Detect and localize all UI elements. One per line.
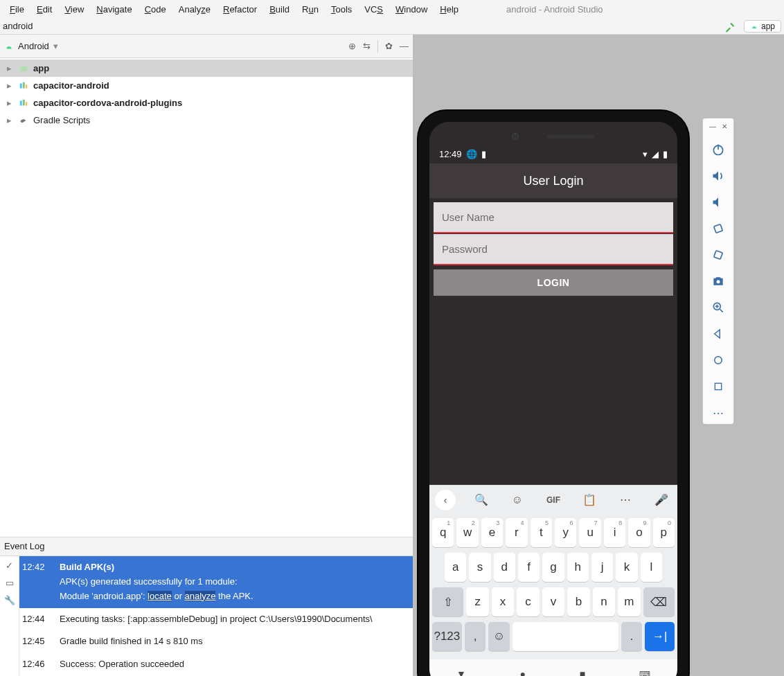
- menu-build[interactable]: Build: [263, 2, 296, 17]
- event-log-row[interactable]: 12:46Success: Operation succeeded: [19, 653, 413, 676]
- chevron-down-icon[interactable]: ▾: [53, 41, 58, 51]
- kbd-mic-icon[interactable]: 🎤: [651, 493, 672, 506]
- key-q[interactable]: 1q: [432, 518, 454, 547]
- emu-close-icon[interactable]: ✕: [722, 123, 727, 130]
- kbd-gif-button[interactable]: GIF: [543, 495, 564, 505]
- kbd-back-icon[interactable]: ‹: [435, 490, 456, 510]
- key-→|[interactable]: →|: [645, 622, 675, 651]
- wrench-icon[interactable]: 🔧: [4, 595, 15, 605]
- key-u[interactable]: 7u: [579, 518, 600, 547]
- key-space[interactable]: [513, 622, 618, 651]
- back-icon[interactable]: [709, 327, 727, 341]
- home-icon[interactable]: [709, 353, 727, 367]
- key-h[interactable]: h: [567, 553, 589, 582]
- battery-icon: ▮: [663, 149, 668, 159]
- tree-item-app[interactable]: ▸app: [0, 60, 413, 77]
- menu-window[interactable]: Window: [389, 2, 434, 17]
- key-f[interactable]: f: [518, 553, 540, 582]
- key-,[interactable]: ,: [465, 622, 486, 651]
- menu-refactor[interactable]: Refactor: [217, 2, 263, 17]
- key-o[interactable]: 9o: [628, 518, 650, 547]
- key-m[interactable]: m: [618, 587, 640, 616]
- menu-tools[interactable]: Tools: [325, 2, 358, 17]
- menu-view[interactable]: View: [58, 2, 90, 17]
- menu-code[interactable]: Code: [139, 2, 172, 17]
- menu-navigate[interactable]: Navigate: [90, 2, 138, 17]
- key-y[interactable]: 6y: [555, 518, 576, 547]
- svg-point-12: [717, 280, 720, 283]
- menu-help[interactable]: Help: [434, 2, 465, 17]
- tree-item-gradle-scripts[interactable]: ▸Gradle Scripts: [0, 112, 413, 129]
- key-d[interactable]: d: [494, 553, 515, 582]
- key-⇧[interactable]: ⇧: [432, 587, 463, 616]
- kbd-sticker-icon[interactable]: ☺: [507, 494, 528, 506]
- login-button[interactable]: LOGIN: [434, 269, 673, 296]
- key-b[interactable]: b: [567, 587, 589, 616]
- phone-screen[interactable]: 12:49 🌐 ▮ ▾ ◢ ▮ User Login User Name Pas…: [429, 122, 677, 676]
- clipboard-icon[interactable]: ▭: [6, 578, 14, 588]
- key-c[interactable]: c: [517, 587, 539, 616]
- camera-icon[interactable]: [709, 274, 727, 288]
- key-n[interactable]: n: [593, 587, 615, 616]
- target-icon[interactable]: ⊕: [348, 41, 356, 51]
- key-r[interactable]: 4r: [506, 518, 527, 547]
- key-l[interactable]: l: [641, 553, 662, 582]
- key-w[interactable]: 2w: [456, 518, 478, 547]
- event-log-row[interactable]: 12:44Executing tasks: [:app:assembleDebu…: [19, 608, 413, 631]
- sort-icon[interactable]: ⇆: [363, 41, 371, 51]
- overview-icon[interactable]: [709, 380, 727, 393]
- key-?123[interactable]: ?123: [432, 622, 462, 651]
- key-g[interactable]: g: [542, 553, 564, 582]
- run-config-chip[interactable]: app: [744, 20, 781, 33]
- key-.[interactable]: .: [621, 622, 643, 651]
- volume-up-icon[interactable]: [709, 169, 727, 183]
- key-☺[interactable]: ☺: [488, 622, 510, 651]
- kbd-clipboard-icon[interactable]: 📋: [579, 493, 600, 506]
- key-⌫[interactable]: ⌫: [643, 587, 675, 616]
- key-z[interactable]: z: [466, 587, 488, 616]
- check-icon[interactable]: ✓: [6, 560, 13, 571]
- menu-file[interactable]: File: [3, 2, 30, 17]
- project-view-mode[interactable]: Android: [18, 41, 49, 51]
- rotate-right-icon[interactable]: [709, 248, 727, 262]
- minimize-icon[interactable]: —: [400, 41, 409, 51]
- menu-vcs[interactable]: VCS: [358, 2, 389, 17]
- menu-edit[interactable]: Edit: [30, 2, 58, 17]
- breadcrumb-root[interactable]: android: [3, 21, 33, 31]
- key-a[interactable]: a: [445, 553, 466, 582]
- nav-home-icon[interactable]: ●: [520, 668, 526, 676]
- svg-rect-5: [20, 100, 22, 105]
- key-j[interactable]: j: [591, 553, 613, 582]
- nav-back-icon[interactable]: ▼: [456, 668, 466, 676]
- tree-item-capacitor-cordova-android-plugins[interactable]: ▸capacitor-cordova-android-plugins: [0, 94, 413, 112]
- key-p[interactable]: 0p: [653, 518, 675, 547]
- key-v[interactable]: v: [542, 587, 564, 616]
- key-x[interactable]: x: [492, 587, 514, 616]
- key-s[interactable]: s: [469, 553, 490, 582]
- key-i[interactable]: 8i: [604, 518, 625, 547]
- nav-kbd-icon[interactable]: ⌨: [639, 670, 650, 677]
- tree-item-capacitor-android[interactable]: ▸capacitor-android: [0, 77, 413, 94]
- event-log-row[interactable]: 12:42Build APK(s)APK(s) generated succes…: [19, 556, 413, 607]
- power-icon[interactable]: [709, 143, 727, 157]
- kbd-more-icon[interactable]: ⋯: [615, 493, 636, 506]
- event-log-row[interactable]: 12:45Gradle build finished in 14 s 810 m…: [19, 630, 413, 653]
- status-time: 12:49: [439, 149, 462, 159]
- kbd-search-icon[interactable]: 🔍: [471, 493, 492, 506]
- more-icon[interactable]: ⋯: [709, 406, 727, 420]
- menu-run[interactable]: Run: [296, 2, 325, 17]
- password-field[interactable]: Password: [434, 234, 673, 265]
- key-k[interactable]: k: [616, 553, 637, 582]
- key-t[interactable]: 5t: [531, 518, 552, 547]
- emu-minimize-icon[interactable]: —: [709, 123, 716, 130]
- key-e[interactable]: 3e: [481, 518, 503, 547]
- rotate-left-icon[interactable]: [709, 222, 727, 235]
- gear-icon[interactable]: ✿: [385, 41, 393, 51]
- event-log-header[interactable]: Event Log: [0, 537, 413, 556]
- nav-overview-icon[interactable]: ■: [580, 668, 585, 676]
- username-field[interactable]: User Name: [434, 202, 673, 233]
- menu-analyze[interactable]: Analyze: [172, 2, 217, 17]
- build-icon[interactable]: [724, 20, 737, 33]
- zoom-icon[interactable]: [709, 301, 727, 314]
- volume-down-icon[interactable]: [709, 195, 727, 209]
